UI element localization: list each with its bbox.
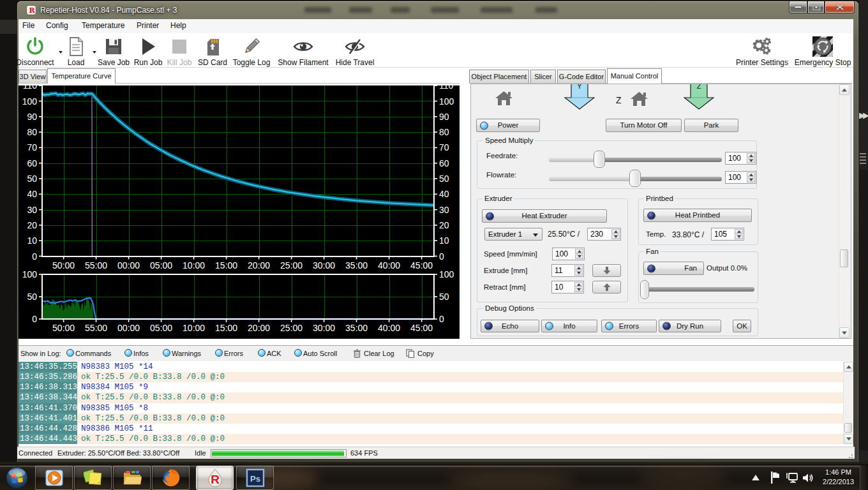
- home-z-icon[interactable]: [629, 91, 649, 107]
- home-all-icon[interactable]: [494, 90, 514, 106]
- menu-help[interactable]: Help: [170, 21, 186, 30]
- taskbar-app-photoshop[interactable]: Ps: [236, 466, 274, 490]
- kill-job-button[interactable]: Kill Job: [163, 34, 195, 66]
- flowrate-track-right[interactable]: [630, 177, 722, 181]
- tab-manual-control[interactable]: Manual Control: [607, 68, 662, 84]
- heat-printbed-button[interactable]: Heat Printbed: [643, 209, 752, 222]
- hide-travel-button[interactable]: Hide Travel: [332, 34, 378, 66]
- log-row[interactable]: 13:46:35.286ok T:25.5 /0.0 B:33.8 /0.0 @…: [19, 372, 843, 382]
- toggle-errors[interactable]: Errors: [224, 350, 243, 357]
- log-scroll-down-button[interactable]: [844, 434, 853, 444]
- disconnect-button[interactable]: Disconnect: [15, 34, 56, 66]
- spin-down-button[interactable]: [611, 235, 620, 240]
- show-filament-button[interactable]: Show Filament: [277, 34, 329, 66]
- trash-icon[interactable]: [353, 349, 361, 358]
- spin-up-button[interactable]: [611, 229, 620, 234]
- spin-down-button[interactable]: [735, 235, 743, 240]
- spin-down-button[interactable]: [574, 288, 583, 293]
- taskbar-app-explorer[interactable]: [113, 466, 151, 490]
- flowrate-spinner-buttons[interactable]: [747, 172, 755, 182]
- clear-log-button[interactable]: Clear Log: [364, 350, 394, 357]
- toggle-ack[interactable]: ACK: [267, 350, 281, 357]
- flowrate-spinner[interactable]: 100: [725, 171, 756, 184]
- extruder-target-spinner[interactable]: 230: [587, 228, 621, 241]
- manual-control-scrollbar[interactable]: [839, 84, 849, 338]
- feedrate-spinner-buttons[interactable]: [747, 153, 755, 163]
- printbed-target-spinner-buttons[interactable]: [735, 229, 743, 239]
- load-button[interactable]: Load: [58, 34, 94, 66]
- taskbar-app-repetier-host[interactable]: R: [196, 466, 234, 490]
- spin-down-button[interactable]: [747, 178, 755, 183]
- debug-info-button[interactable]: Info: [541, 320, 597, 332]
- extrude-spinner[interactable]: 11: [551, 264, 584, 277]
- show-desktop-button[interactable]: [860, 465, 868, 490]
- fan-slider-track[interactable]: [644, 287, 754, 292]
- spin-up-button[interactable]: [747, 153, 755, 158]
- extruder-speed-value[interactable]: 100: [555, 249, 568, 258]
- close-button[interactable]: [825, 1, 855, 13]
- log-scroll-up-button[interactable]: [844, 362, 853, 372]
- extrude-spinner-buttons[interactable]: [574, 265, 583, 276]
- spin-down-button[interactable]: [747, 159, 755, 164]
- toggle-auto-scroll[interactable]: Auto Scroll: [303, 350, 337, 357]
- move-y-down-arrow[interactable]: Y: [564, 84, 595, 110]
- menu-temperature[interactable]: Temperature: [82, 21, 124, 30]
- printbed-target-value[interactable]: 105: [714, 230, 727, 239]
- debug-dry-run-button[interactable]: Dry Run: [659, 320, 721, 332]
- heat-extruder-button[interactable]: Heat Extruder: [482, 209, 607, 223]
- extruder-speed-spinner[interactable]: 100: [552, 248, 585, 260]
- show-hidden-icons-button[interactable]: [752, 475, 760, 480]
- fan-button[interactable]: Fan: [643, 262, 704, 275]
- toggle-log-button[interactable]: Toggle Log: [230, 34, 273, 66]
- retract-spinner[interactable]: 10: [551, 281, 584, 293]
- extruder-speed-spinner-buttons[interactable]: [575, 249, 583, 259]
- resize-grip[interactable]: [846, 452, 853, 458]
- spin-up-button[interactable]: [574, 282, 583, 287]
- run-job-button[interactable]: Run Job: [131, 34, 165, 66]
- taskbar-app-sticky-notes[interactable]: [74, 466, 112, 490]
- tab-gcode-editor[interactable]: G-Code Editor: [557, 70, 606, 83]
- feedrate-slider-thumb[interactable]: [594, 151, 605, 168]
- titlebar[interactable]: R Repetier-Host V0.84 - PumpCase.stl + 3: [17, 1, 858, 19]
- save-job-button[interactable]: Save Job: [95, 34, 132, 66]
- emergency-stop-button[interactable]: Emergency Stop: [795, 34, 851, 66]
- extruder-select[interactable]: Extruder 1: [484, 228, 542, 241]
- retract-spinner-buttons[interactable]: [574, 282, 583, 292]
- menu-file[interactable]: File: [22, 21, 34, 30]
- spin-up-button[interactable]: [735, 229, 743, 234]
- retract-value[interactable]: 10: [555, 283, 563, 292]
- tab-3d-view[interactable]: 3D View: [19, 70, 47, 83]
- feedrate-track-left[interactable]: [549, 158, 594, 162]
- scroll-thumb[interactable]: [840, 249, 848, 267]
- sd-card-button[interactable]: SD Card: [195, 34, 230, 66]
- spin-up-button[interactable]: [574, 265, 583, 271]
- printer-settings-button[interactable]: Printer Settings: [735, 34, 789, 66]
- feedrate-track-right[interactable]: [594, 158, 722, 162]
- scroll-down-button[interactable]: [839, 327, 849, 338]
- move-z-down-arrow[interactable]: Z: [684, 84, 714, 110]
- spin-down-button[interactable]: [575, 255, 583, 260]
- debug-echo-button[interactable]: Echo: [481, 320, 539, 332]
- menu-printer[interactable]: Printer: [137, 21, 159, 30]
- park-button[interactable]: Park: [684, 119, 738, 132]
- log-row[interactable]: 13:46:41.370N98385 M105 *8: [19, 403, 843, 413]
- spin-up-button[interactable]: [575, 249, 583, 254]
- log-row[interactable]: 13:46:41.401ok T:25.5 /0.0 B:33.8 /0.0 @…: [19, 413, 843, 424]
- spin-down-button[interactable]: [574, 271, 583, 276]
- fan-slider-thumb[interactable]: [640, 280, 649, 299]
- log-row[interactable]: 13:46:38.344ok T:25.5 /0.0 B:33.8 /0.0 @…: [19, 392, 843, 403]
- tab-slicer[interactable]: Slicer: [530, 70, 556, 83]
- log-row[interactable]: 13:46:38.313N98384 M105 *9: [19, 382, 843, 392]
- tray-clock[interactable]: 1:46 PM 2/22/2013: [823, 468, 854, 487]
- power-button[interactable]: Power: [476, 119, 540, 132]
- maximize-button[interactable]: [807, 1, 825, 13]
- log-scrollbar[interactable]: [843, 362, 853, 444]
- extrude-value[interactable]: 11: [555, 266, 562, 275]
- tab-temperature-curve[interactable]: Temperature Curve: [47, 68, 116, 84]
- toggle-infos[interactable]: Infos: [133, 350, 149, 357]
- start-button[interactable]: [5, 466, 29, 489]
- printbed-target-spinner[interactable]: 105: [711, 228, 744, 241]
- toggle-warnings[interactable]: Warnings: [172, 350, 201, 357]
- log-scroll-thumb[interactable]: [844, 423, 852, 433]
- spin-up-button[interactable]: [747, 172, 755, 177]
